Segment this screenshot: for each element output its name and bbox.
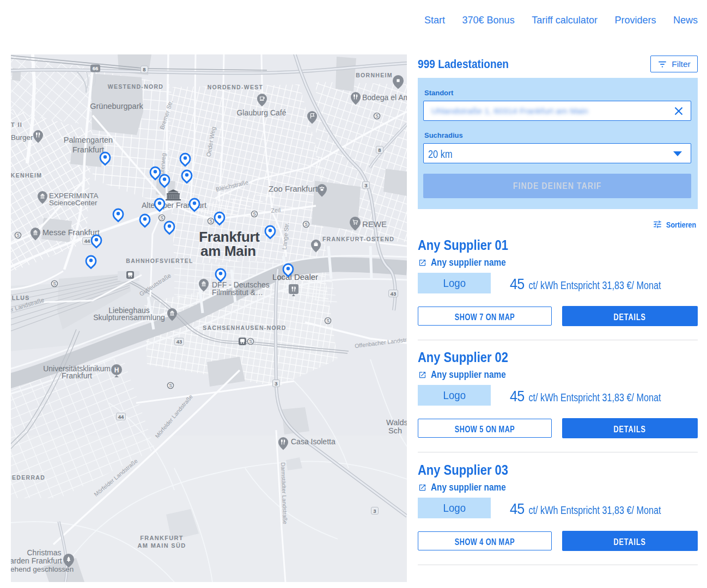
svg-text:Bodega el Am: Bodega el Am (362, 93, 407, 102)
svg-text:T II: T II (11, 121, 22, 128)
svg-text:NORDEND-WEST: NORDEND-WEST (208, 84, 264, 90)
svg-text:S: S (209, 218, 212, 224)
svg-text:Zoo Frankfurt: Zoo Frankfurt (269, 184, 318, 193)
svg-text:Walds: Walds (386, 418, 407, 427)
svg-text:43: 43 (391, 291, 397, 297)
svg-text:FRANKFURT-OSTEND: FRANKFURT-OSTEND (322, 236, 394, 242)
svg-text:BORNHEIM: BORNHEIM (356, 72, 393, 78)
svg-text:8: 8 (143, 66, 145, 72)
svg-text:3: 3 (373, 508, 376, 514)
svg-text:Local Dealer: Local Dealer (272, 272, 318, 281)
svg-text:ehend geschlossen: ehend geschlossen (11, 565, 74, 573)
svg-text:Frankfurt: Frankfurt (72, 145, 104, 154)
svg-text:S: S (304, 222, 308, 227)
svg-text:3: 3 (275, 381, 277, 387)
svg-text:S: S (53, 281, 56, 286)
svg-text:Sch: Sch (388, 426, 402, 435)
svg-text:S: S (249, 339, 252, 344)
svg-text:am Main: am Main (200, 243, 256, 259)
svg-text:WESTEND-NORD: WESTEND-NORD (108, 83, 164, 90)
svg-text:ScienceCenter: ScienceCenter (49, 199, 97, 207)
svg-text:H: H (114, 366, 119, 374)
svg-text:Messe Frankfurt: Messe Frankfurt (42, 228, 100, 237)
svg-text:S: S (16, 232, 20, 238)
svg-text:Christmas: Christmas (27, 548, 61, 557)
svg-text:43: 43 (176, 339, 182, 345)
svg-text:arden Frankfurt: arden Frankfurt (11, 556, 62, 565)
svg-text:S: S (160, 215, 163, 220)
svg-text:Burger: Burger (11, 133, 33, 142)
svg-text:8: 8 (378, 147, 381, 153)
svg-text:66: 66 (93, 65, 99, 71)
svg-text:Casa Isoletta: Casa Isoletta (291, 437, 336, 446)
svg-text:BOCKENHEIM: BOCKENHEIM (11, 172, 42, 179)
svg-text:Filminstitut &…: Filminstitut &… (212, 288, 263, 297)
svg-text:Frankfurt: Frankfurt (62, 371, 92, 380)
svg-text:Glauburg Café: Glauburg Café (236, 108, 286, 117)
svg-text:AM MAIN SÜD: AM MAIN SÜD (138, 542, 186, 549)
svg-text:Zeil: Zeil (271, 206, 281, 214)
svg-text:Grüneburgpark: Grüneburgpark (90, 102, 143, 111)
svg-text:3: 3 (364, 182, 367, 188)
svg-text:BAHNHOFSVIERTEL: BAHNHOFSVIERTEL (126, 258, 193, 264)
svg-text:S: S (375, 113, 379, 119)
svg-text:44: 44 (84, 238, 90, 244)
svg-text:S: S (169, 383, 172, 388)
svg-text:S: S (253, 211, 256, 217)
svg-text:S: S (326, 318, 330, 323)
svg-text:SACHSENHAUSEN-NORD: SACHSENHAUSEN-NORD (203, 324, 287, 331)
svg-text:Skulpturensammlung: Skulpturensammlung (93, 313, 165, 322)
svg-text:GALLUS: GALLUS (11, 295, 29, 301)
svg-text:44: 44 (118, 414, 124, 420)
svg-text:FRANKFURT: FRANKFURT (140, 535, 184, 541)
svg-text:Palmengarten: Palmengarten (64, 136, 113, 144)
svg-text:NIEDERRAD: NIEDERRAD (11, 474, 45, 481)
svg-text:REWE: REWE (362, 219, 387, 229)
